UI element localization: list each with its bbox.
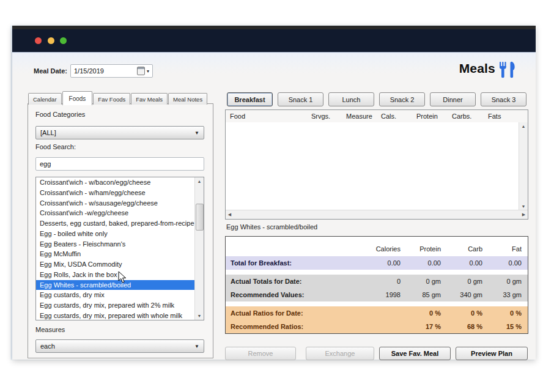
actual-totals-row: Actual Totals for Date: 0 0 gm 0 gm 0 gm (226, 275, 528, 288)
date-dropdown-arrow-icon[interactable]: ▾ (147, 68, 149, 74)
scroll-right-icon[interactable]: ▶ (520, 210, 528, 219)
list-item[interactable]: Egg custards, dry mix (36, 290, 204, 300)
food-categories-value: [ALL] (40, 129, 56, 136)
chevron-down-icon: ▼ (194, 130, 199, 136)
list-item[interactable]: Croissant'wich - w/bacon/egg/cheese (36, 177, 204, 188)
measures-label: Measures (35, 326, 65, 333)
list-item[interactable]: Egg McMuffin (36, 249, 204, 259)
recommended-values-row: Recommended Values: 1998 85 gm 340 gm 33… (226, 288, 528, 301)
meal-tab-snack-2[interactable]: Snack 2 (379, 92, 425, 106)
measures-select[interactable]: each ▼ (35, 339, 204, 353)
meal-tab-lunch[interactable]: Lunch (328, 92, 374, 106)
col-calories: Cals. (381, 113, 416, 120)
remove-button[interactable]: Remove (225, 347, 296, 360)
minimize-window-button[interactable] (48, 37, 54, 44)
list-item-selected[interactable]: Egg Whites - scrambled/boiled (36, 280, 204, 290)
tab-fav-meals[interactable]: Fav Meals (131, 93, 168, 105)
food-list-scrollbar[interactable]: ▲ ▼ (194, 177, 204, 320)
list-item[interactable]: Egg Rolls, Jack in the box (36, 270, 204, 280)
meal-date-value: 1/15/2019 (74, 67, 137, 75)
meal-tab-dinner[interactable]: Dinner (430, 92, 476, 106)
totals-col-fat: Fat (482, 245, 522, 253)
totals-col-protein: Protein (401, 245, 441, 253)
list-item[interactable]: Egg custards, dry mix, prepared with who… (36, 311, 204, 320)
maximize-window-button[interactable] (60, 37, 67, 44)
meal-tab-breakfast[interactable]: Breakfast (227, 92, 273, 106)
recommended-ratios-row: Recommended Ratios: 17 % 68 % 15 % (226, 320, 528, 333)
save-fav-meal-button[interactable]: Save Fav. Meal (379, 347, 451, 360)
list-item[interactable]: Egg Mix, USDA Commodity (36, 259, 204, 270)
food-categories-label: Food Categories (35, 111, 85, 118)
scroll-down-icon[interactable]: ▼ (195, 312, 204, 320)
window-titlebar (12, 26, 536, 53)
list-item[interactable]: Egg - boiled white only (36, 229, 204, 239)
totals-header-row: Calories Protein Carb Fat (226, 242, 528, 256)
list-item[interactable]: Desserts, egg custard, baked, prepared-f… (36, 218, 204, 229)
foods-tab-page: Food Categories [ALL] ▼ Food Search: Cro… (28, 103, 213, 358)
meal-tab-strip: Breakfast Snack 1 Lunch Snack 2 Dinner S… (227, 92, 526, 106)
calendar-icon (137, 67, 145, 75)
meal-date-label: Meal Date: (34, 67, 67, 75)
totals-panel: Calories Protein Carb Fat Total for Brea… (225, 236, 528, 334)
tab-fav-foods[interactable]: Fav Foods (93, 93, 130, 105)
col-servings: Srvgs. (311, 113, 346, 120)
col-fats: Fats (488, 113, 528, 120)
food-table-vscrollbar[interactable]: ▲ ▼ (519, 122, 528, 210)
close-window-button[interactable] (35, 37, 42, 44)
preview-plan-button[interactable]: Preview Plan (456, 347, 528, 360)
tab-meal-notes[interactable]: Meal Notes (168, 93, 207, 105)
meal-tab-snack-1[interactable]: Snack 1 (278, 92, 323, 106)
list-item[interactable]: Egg custards, dry mix, prepared with 2% … (36, 300, 204, 311)
list-item[interactable]: Egg Beaters - Fleischmann's (36, 239, 204, 250)
food-table-body (226, 122, 519, 210)
exchange-button[interactable]: Exchange (306, 347, 374, 360)
measures-value: each (40, 342, 55, 350)
tab-calendar[interactable]: Calendar (28, 93, 62, 105)
left-tab-strip: Calendar Foods Fav Foods Fav Meals Meal … (28, 91, 208, 105)
food-table-header: Food Srvgs. Measure Cals. Protein Carbs.… (226, 110, 528, 123)
scrollbar-thumb[interactable] (196, 204, 204, 231)
selected-food-label: Egg Whites - scrambled/boiled (226, 223, 317, 231)
list-item[interactable]: Croissant'wich - w/ham/egg/cheese (36, 188, 204, 198)
food-categories-select[interactable]: [ALL] ▼ (35, 126, 204, 139)
tab-foods[interactable]: Foods (62, 91, 93, 105)
meal-date-picker[interactable]: 1/15/2019 ▾ (70, 64, 153, 78)
col-protein: Protein (416, 113, 452, 120)
meal-food-table: Food Srvgs. Measure Cals. Protein Carbs.… (225, 109, 528, 220)
scroll-left-icon[interactable]: ◀ (226, 210, 234, 219)
scroll-up-icon[interactable]: ▲ (195, 177, 204, 185)
chevron-down-icon: ▼ (194, 344, 199, 349)
totals-col-calories: Calories (358, 245, 401, 253)
list-item[interactable]: Croissant'wich - w/sausage/egg/cheese (36, 198, 204, 209)
scroll-up-icon[interactable]: ▲ (519, 122, 528, 130)
food-table-hscrollbar[interactable]: ◀ ▶ (226, 210, 528, 219)
total-for-breakfast-row: Total for Breakfast: 0.00 0.00 0.00 0.00 (226, 256, 528, 270)
actual-ratios-row: Actual Ratios for Date: 0 % 0 % 0 % (226, 306, 528, 320)
fork-knife-icon (498, 61, 516, 78)
food-search-label: Food Search: (35, 143, 76, 150)
meal-tab-snack-3[interactable]: Snack 3 (481, 92, 526, 106)
food-results-list: Croissant'wich - w/bacon/egg/cheese Croi… (35, 177, 204, 320)
col-measure: Measure (346, 113, 381, 120)
col-food: Food (230, 113, 311, 120)
app-window: Meal Date: 1/15/2019 ▾ Meals Calendar Fo… (12, 26, 536, 360)
food-search-input[interactable] (35, 157, 204, 171)
window-content: Meal Date: 1/15/2019 ▾ Meals Calendar Fo… (12, 53, 536, 360)
list-item[interactable]: Croissant'wich -w/egg/cheese (36, 208, 204, 218)
totals-col-carb: Carb (441, 245, 482, 253)
page-title: Meals (459, 61, 495, 76)
col-carbs: Carbs. (452, 113, 488, 120)
